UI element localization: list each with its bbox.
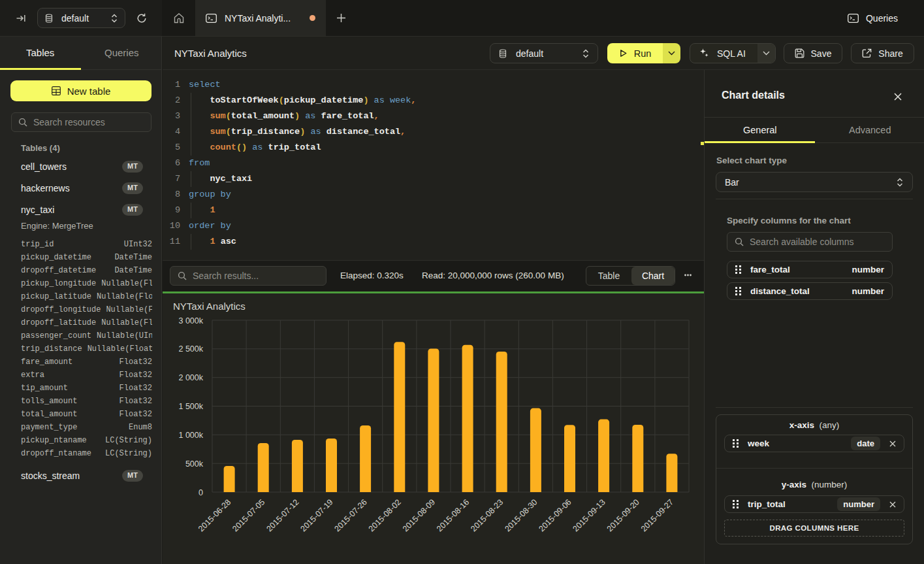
svg-text:2015-08-02: 2015-08-02 xyxy=(367,497,403,533)
svg-text:2015-08-16: 2015-08-16 xyxy=(435,497,471,533)
svg-text:1 500k: 1 500k xyxy=(178,402,203,411)
svg-text:2015-07-05: 2015-07-05 xyxy=(231,497,266,533)
svg-text:3 000k: 3 000k xyxy=(178,316,203,325)
svg-text:2015-09-27: 2015-09-27 xyxy=(639,497,675,533)
svg-text:2015-09-13: 2015-09-13 xyxy=(571,497,607,533)
svg-text:2015-09-20: 2015-09-20 xyxy=(605,497,641,533)
svg-text:2015-06-28: 2015-06-28 xyxy=(197,497,232,533)
svg-text:NYTaxi Analytics: NYTaxi Analytics xyxy=(173,301,246,312)
svg-text:1 000k: 1 000k xyxy=(178,431,203,440)
svg-text:2015-07-19: 2015-07-19 xyxy=(299,497,335,533)
svg-text:2 000k: 2 000k xyxy=(178,373,203,382)
svg-text:2015-07-26: 2015-07-26 xyxy=(333,497,369,533)
svg-text:0: 0 xyxy=(199,488,203,497)
svg-text:2015-08-09: 2015-08-09 xyxy=(401,497,437,533)
svg-text:2015-07-12: 2015-07-12 xyxy=(264,497,300,533)
svg-text:2015-09-06: 2015-09-06 xyxy=(537,497,573,533)
svg-text:500k: 500k xyxy=(185,459,204,469)
svg-text:2015-08-30: 2015-08-30 xyxy=(503,497,539,533)
svg-text:2015-08-23: 2015-08-23 xyxy=(469,497,505,533)
svg-text:2 500k: 2 500k xyxy=(178,344,203,354)
